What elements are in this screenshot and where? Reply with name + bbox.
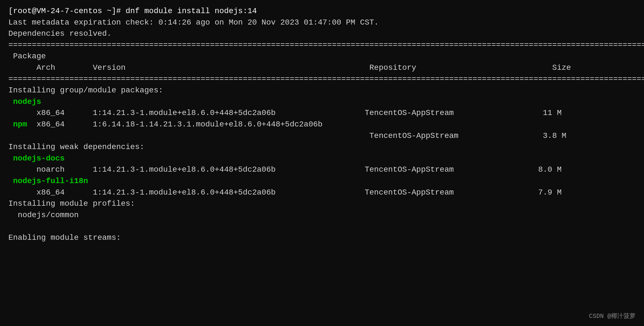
header-package: Package <box>8 51 636 62</box>
terminal-window: [root@VM-24-7-centos ~]# dnf module inst… <box>8 6 636 243</box>
package-nodejs: nodejs <box>8 96 636 108</box>
package-nodejs-docs: nodejs-docs <box>8 153 636 164</box>
npm-line: npm x86_64 1:6.14.18-1.14.21.3.1.module+… <box>8 119 636 130</box>
metadata-line: Last metadata expiration check: 0:14:26 … <box>8 17 636 28</box>
header-columns: Arch Version Repository Size <box>8 62 636 74</box>
section-profiles: Installing module profiles: <box>8 198 636 210</box>
command-line: [root@VM-24-7-centos ~]# dnf module inst… <box>8 6 636 17</box>
section-weak: Installing weak dependencies: <box>8 142 636 153</box>
deps-line: Dependencies resolved. <box>8 28 636 40</box>
section-group: Installing group/module packages: <box>8 85 636 96</box>
separator-1: ========================================… <box>8 40 636 51</box>
package-nodejs-full-i18n: nodejs-full-i18n <box>8 176 636 187</box>
profile-common: nodejs/common <box>8 210 636 221</box>
section-streams: Enabling module streams: <box>8 232 636 244</box>
empty-line <box>8 221 636 232</box>
separator-2: ========================================… <box>8 74 636 85</box>
nodejs-full-i18n-details: x86_64 1:14.21.3-1.module+el8.6.0+448+5d… <box>8 187 636 198</box>
npm-repo-line: TencentOS-AppStream 3.8 M <box>8 130 636 142</box>
watermark: CSDN @椰汁菠萝 <box>589 312 636 321</box>
nodejs-details: x86_64 1:14.21.3-1.module+el8.6.0+448+5d… <box>8 107 636 119</box>
nodejs-docs-details: noarch 1:14.21.3-1.module+el8.6.0+448+5d… <box>8 164 636 176</box>
